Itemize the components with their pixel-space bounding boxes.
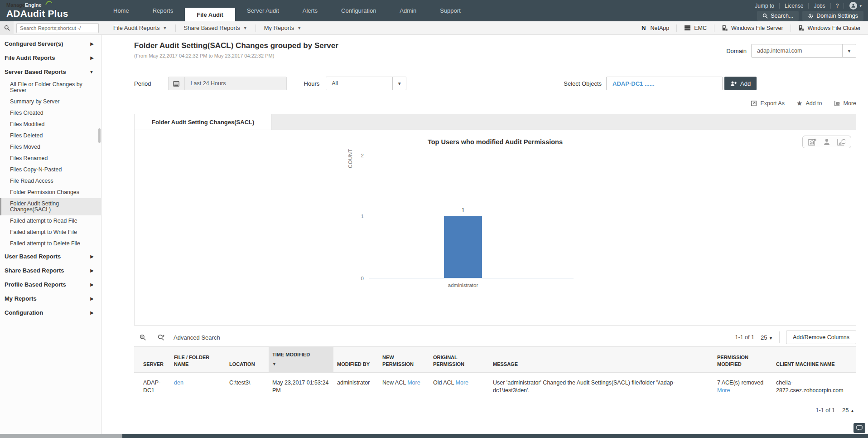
sidebar-item-folder-permission-changes[interactable]: Folder Permission Changes bbox=[0, 187, 101, 198]
emc-tab[interactable]: EMC bbox=[677, 21, 714, 34]
more-button[interactable]: More bbox=[834, 99, 856, 107]
nav-admin[interactable]: Admin bbox=[388, 0, 428, 21]
chevron-right-icon: ▶ bbox=[90, 55, 94, 60]
sidebar-item-failed-attempt-to-delete-file[interactable]: Failed attempt to Delete File bbox=[0, 238, 101, 249]
select-objects-label: Select Objects bbox=[564, 80, 602, 87]
new-permission-more-link[interactable]: More bbox=[407, 380, 420, 386]
windows-file-server-tab[interactable]: Windows File Server bbox=[714, 21, 791, 34]
sidebar-item-files-moved[interactable]: Files Moved bbox=[0, 141, 101, 153]
domain-select[interactable]: adap.internal.com ▼ bbox=[751, 44, 856, 58]
more-icon bbox=[834, 100, 840, 107]
col-modified-by[interactable]: MODIFIED BY bbox=[333, 347, 379, 373]
bar-administrator[interactable] bbox=[444, 216, 482, 278]
hours-select[interactable]: All ▼ bbox=[326, 77, 406, 90]
bar-value-label: 1 bbox=[444, 207, 482, 214]
nav-home[interactable]: Home bbox=[101, 0, 141, 21]
sidebar-section-server-based-reports[interactable]: Server Based Reports▼ bbox=[0, 65, 101, 79]
sidebar-item-failed-attempt-to-read-file[interactable]: Failed attempt to Read File bbox=[0, 215, 101, 227]
nav-reports[interactable]: Reports bbox=[141, 0, 185, 21]
user-menu[interactable]: ▾ bbox=[844, 2, 863, 10]
nav-alerts[interactable]: Alerts bbox=[291, 0, 329, 21]
file-audit-reports-menu[interactable]: File Audit Reports▼ bbox=[105, 21, 175, 34]
jump-to-link[interactable]: Jump to bbox=[750, 3, 779, 9]
permission-modified-more-link[interactable]: More bbox=[717, 387, 730, 394]
original-permission-more-link[interactable]: More bbox=[456, 380, 468, 386]
cell-location: C:\test3\ bbox=[226, 373, 269, 401]
col-original-permission[interactable]: ORIGINAL PERMISSION bbox=[429, 347, 489, 373]
period-field[interactable]: Last 24 Hours bbox=[168, 77, 287, 90]
help-link[interactable]: ? bbox=[831, 3, 844, 9]
calendar-icon bbox=[169, 77, 185, 90]
user-report-icon[interactable] bbox=[823, 138, 830, 146]
share-based-reports-menu[interactable]: Share Based Reports▼ bbox=[176, 21, 256, 34]
footer-page-size-select[interactable]: 25 ▲ bbox=[842, 407, 854, 414]
domain-settings-button[interactable]: Domain Settings bbox=[802, 11, 863, 21]
sidebar-section-profile-based-reports[interactable]: Profile Based Reports▶ bbox=[0, 277, 101, 292]
horizontal-scrollbar[interactable] bbox=[0, 434, 868, 438]
sidebar-item-file-read-access[interactable]: File Read Access bbox=[0, 175, 101, 187]
results-section: Advanced Search 1-1 of 1 25 ▼ Add/Remove… bbox=[134, 328, 856, 414]
select-objects-field[interactable]: ADAP-DC1 ...... bbox=[606, 77, 723, 90]
col-time-modified[interactable]: TIME MODIFIED▼ bbox=[269, 347, 333, 373]
chevron-down-icon: ▼ bbox=[163, 26, 167, 30]
col-new-permission[interactable]: NEW PERMISSION bbox=[379, 347, 429, 373]
nav-server-audit[interactable]: Server Audit bbox=[235, 0, 291, 21]
cell-time-modified: May 23,2017 01:53:24 PM bbox=[269, 373, 333, 401]
sidebar-scrollbar-thumb[interactable] bbox=[98, 128, 101, 143]
col-client-machine-name[interactable]: CLIENT MACHINE NAME bbox=[772, 347, 856, 373]
sidebar-item-folder-audit-setting-changes-sacl[interactable]: Folder Audit Setting Changes(SACL) bbox=[0, 198, 101, 215]
add-button[interactable]: Add bbox=[724, 77, 757, 90]
advanced-search-label[interactable]: Advanced Search bbox=[174, 334, 220, 341]
advanced-search-icon[interactable] bbox=[152, 334, 170, 341]
col-file-folder-name[interactable]: FILE / FOLDER NAME bbox=[170, 347, 226, 373]
results-table: SERVER FILE / FOLDER NAME LOCATION TIME … bbox=[134, 346, 856, 401]
sidebar-section-user-based-reports[interactable]: User Based Reports▶ bbox=[0, 249, 101, 263]
sidebar-item-files-deleted[interactable]: Files Deleted bbox=[0, 130, 101, 141]
nav-support[interactable]: Support bbox=[428, 0, 473, 21]
sort-desc-icon: ▼ bbox=[272, 361, 330, 368]
file-folder-link[interactable]: den bbox=[174, 380, 183, 386]
nav-file-audit[interactable]: File Audit bbox=[185, 8, 235, 21]
sidebar-section-configuration[interactable]: Configuration▶ bbox=[0, 306, 101, 320]
report-search-input[interactable] bbox=[16, 23, 99, 33]
refresh-chart-icon[interactable] bbox=[837, 138, 845, 146]
license-link[interactable]: License bbox=[780, 3, 808, 9]
sidebar-section-my-reports[interactable]: My Reports▶ bbox=[0, 292, 101, 306]
tab-folder-audit-setting-changes-sacl[interactable]: Folder Audit Setting Changes(SACL) bbox=[135, 114, 272, 130]
gear-icon bbox=[808, 13, 814, 19]
footer-pagination-range: 1-1 of 1 bbox=[816, 407, 835, 414]
column-search-icon[interactable] bbox=[134, 334, 152, 341]
nav-configuration[interactable]: Configuration bbox=[329, 0, 388, 21]
add-chart-icon[interactable] bbox=[808, 138, 816, 146]
sidebar-item-files-created[interactable]: Files Created bbox=[0, 107, 101, 119]
windows-file-cluster-tab[interactable]: Windows File Cluster bbox=[791, 21, 868, 34]
feedback-chat-button[interactable] bbox=[854, 423, 865, 433]
my-reports-menu[interactable]: My Reports▼ bbox=[256, 21, 309, 34]
bar-chart-plot: COUNT 2 1 0 1 administrator bbox=[369, 156, 574, 278]
sidebar-item-files-modified[interactable]: Files Modified bbox=[0, 119, 101, 130]
sidebar-item-summary-by-server[interactable]: Summary by Server bbox=[0, 96, 101, 107]
sidebar-item-all-file-or-folder-changes[interactable]: All File or Folder Changes by Server bbox=[0, 79, 101, 96]
add-remove-columns-button[interactable]: Add/Remove Columns bbox=[786, 331, 856, 344]
col-server[interactable]: SERVER bbox=[134, 347, 170, 373]
col-location[interactable]: LOCATION bbox=[226, 347, 269, 373]
jobs-link[interactable]: Jobs bbox=[809, 3, 830, 9]
sidebar-search-icon[interactable] bbox=[0, 21, 14, 35]
col-permission-modified[interactable]: PERMISSION MODIFIED bbox=[714, 347, 772, 373]
logo-swoosh-icon bbox=[45, 0, 53, 5]
search-button[interactable]: Search... bbox=[757, 11, 799, 21]
cell-server: ADAP-DC1 bbox=[134, 373, 170, 401]
sidebar-section-share-based-reports[interactable]: Share Based Reports▶ bbox=[0, 263, 101, 277]
page-size-select[interactable]: 25 ▼ bbox=[761, 334, 773, 341]
sidebar-section-file-audit-reports[interactable]: File Audit Reports▶ bbox=[0, 51, 101, 65]
sidebar-item-files-renamed[interactable]: Files Renamed bbox=[0, 153, 101, 164]
netapp-tab[interactable]: N NetApp bbox=[634, 21, 677, 34]
sidebar-item-files-copy-n-pasted[interactable]: Files Copy-N-Pasted bbox=[0, 164, 101, 175]
search-icon bbox=[4, 25, 10, 31]
export-as-button[interactable]: Export As bbox=[751, 99, 785, 107]
sidebar: Configured Server(s)▶ File Audit Reports… bbox=[0, 35, 101, 434]
sidebar-item-failed-attempt-to-write-file[interactable]: Failed attempt to Write File bbox=[0, 227, 101, 238]
col-message[interactable]: MESSAGE bbox=[489, 347, 714, 373]
sidebar-section-configured-servers[interactable]: Configured Server(s)▶ bbox=[0, 37, 101, 51]
add-to-button[interactable]: ★ Add to bbox=[796, 99, 822, 107]
